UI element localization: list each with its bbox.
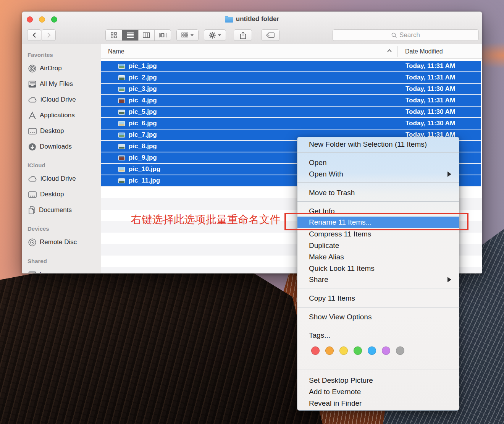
- sidebar-item-all-my-files[interactable]: All My Files: [28, 79, 99, 89]
- image-thumbnail-icon: [118, 87, 125, 92]
- image-thumbnail-icon: [118, 155, 125, 160]
- tag-gray[interactable]: [396, 346, 404, 355]
- sidebar-item-applications[interactable]: Applications: [28, 110, 99, 121]
- tag-blue[interactable]: [368, 346, 376, 355]
- file-date: Today, 11:30 AM: [405, 84, 455, 94]
- sidebar-item-label: iCloud Drive: [40, 96, 76, 104]
- image-thumbnail-icon: [118, 64, 125, 69]
- file-row[interactable]: pic_1.jpgToday, 11:31 AM: [101, 61, 481, 72]
- folder-icon: [225, 16, 233, 23]
- column-header-date-modified[interactable]: Date Modified: [405, 44, 443, 59]
- grid-view-icon: [111, 32, 117, 38]
- close-button[interactable]: [27, 16, 33, 23]
- file-row[interactable]: pic_6.jpgToday, 11:30 AM: [101, 118, 481, 129]
- file-name: pic_2.jpg: [129, 72, 157, 83]
- file-name: pic_8.jpg: [129, 141, 157, 152]
- menu-item-reveal-in-finder[interactable]: Reveal in Finder: [297, 398, 459, 409]
- search-field[interactable]: Search: [333, 29, 479, 41]
- sidebar-item-label: Remote Disc: [40, 238, 77, 246]
- list-header: Name Date Modified: [101, 44, 482, 59]
- sidebar-item-desktop[interactable]: Desktop: [28, 126, 99, 136]
- sidebar-item-documents[interactable]: Documents: [28, 205, 99, 215]
- tag-orange[interactable]: [325, 346, 334, 355]
- image-thumbnail-icon: [118, 167, 125, 172]
- menu-item-set-desktop-picture[interactable]: Set Desktop Picture: [297, 375, 459, 386]
- coverflow-view-button[interactable]: [155, 30, 171, 40]
- sidebar-item-icloud-drive[interactable]: iCloud Drive: [28, 94, 99, 105]
- file-row[interactable]: pic_3.jpgToday, 11:30 AM: [101, 84, 481, 95]
- minimize-button[interactable]: [39, 16, 45, 23]
- column-header-name[interactable]: Name: [108, 44, 124, 59]
- menu-separator: [297, 307, 459, 307]
- image-thumbnail-icon: [118, 121, 125, 126]
- file-name: pic_1.jpg: [129, 61, 157, 71]
- sidebar-item-remote-disc[interactable]: Remote Disc: [28, 237, 99, 248]
- sidebar-item-shared-pc[interactable]: hp_pc: [28, 269, 99, 273]
- sidebar-item-label: Applications: [40, 112, 75, 119]
- gear-icon: [209, 32, 216, 39]
- image-thumbnail-icon: [118, 75, 125, 80]
- window-title: untitled folder: [236, 15, 279, 23]
- arrange-button[interactable]: [176, 29, 199, 41]
- sidebar-item-label: hp_pc: [40, 271, 57, 273]
- window-chrome: untitled folder: [22, 12, 482, 44]
- list-view-button[interactable]: [122, 30, 139, 40]
- tag-green[interactable]: [354, 346, 362, 355]
- menu-item-new-folder-with-selection[interactable]: New Folder with Selection (11 Items): [297, 139, 459, 150]
- menu-item-add-to-evernote[interactable]: Add to Evernote: [297, 386, 459, 398]
- shared-pc-icon: [28, 271, 36, 273]
- menu-item-share[interactable]: Share: [297, 274, 459, 285]
- tag-color-row: [297, 346, 459, 355]
- submenu-arrow-icon: [447, 277, 451, 282]
- file-name: pic_9.jpg: [129, 152, 157, 163]
- menu-separator: [297, 288, 459, 288]
- forward-button[interactable]: [42, 29, 56, 41]
- action-button[interactable]: [204, 29, 226, 41]
- menu-item-duplicate[interactable]: Duplicate: [297, 240, 459, 251]
- column-divider[interactable]: [397, 46, 398, 57]
- chevron-down-icon: [191, 34, 194, 36]
- sidebar-section-shared: Shared: [27, 257, 47, 265]
- tag-button[interactable]: [261, 29, 279, 41]
- menu-separator: [297, 182, 459, 183]
- sidebar-item-airdrop[interactable]: AirDrop: [28, 63, 99, 74]
- menu-item-move-to-trash[interactable]: Move to Trash: [297, 187, 459, 199]
- all-my-files-icon: [28, 81, 36, 88]
- file-row[interactable]: pic_4.jpgToday, 11:31 AM: [101, 95, 481, 107]
- menu-item-tags[interactable]: Tags...: [297, 330, 459, 341]
- file-row[interactable]: pic_5.jpgToday, 11:30 AM: [101, 107, 481, 118]
- menu-item-label: Open With: [309, 170, 343, 178]
- column-view-icon: [143, 32, 150, 38]
- menu-item-open-with[interactable]: Open With: [297, 168, 459, 180]
- menu-item-quick-look-11-items[interactable]: Quick Look 11 Items: [297, 263, 459, 274]
- menu-item-copy-11-items[interactable]: Copy 11 Items: [297, 293, 459, 304]
- sidebar-item-label: Desktop: [40, 127, 64, 135]
- sidebar: Favorites AirDrop All My Files iCloud Dr…: [22, 44, 101, 273]
- tag-purple[interactable]: [382, 346, 390, 355]
- zoom-button[interactable]: [51, 16, 57, 23]
- sidebar-item-icloud-drive-2[interactable]: iCloud Drive: [28, 173, 99, 184]
- list-view-icon: [127, 32, 134, 38]
- back-button[interactable]: [27, 29, 41, 41]
- sidebar-item-desktop-2[interactable]: Desktop: [28, 189, 99, 200]
- window-title-area: untitled folder: [99, 12, 405, 26]
- sidebar-item-downloads[interactable]: Downloads: [28, 141, 99, 152]
- icon-view-button[interactable]: [106, 30, 122, 40]
- sidebar-section-icloud: iCloud: [27, 162, 45, 169]
- menu-item-show-view-options[interactable]: Show View Options: [297, 311, 459, 323]
- submenu-arrow-icon: [447, 172, 451, 177]
- image-thumbnail-icon: [118, 133, 125, 138]
- column-view-button[interactable]: [139, 30, 155, 40]
- search-icon: [391, 32, 397, 38]
- file-row[interactable]: pic_2.jpgToday, 11:31 AM: [101, 72, 481, 84]
- share-button[interactable]: [234, 29, 252, 41]
- tag-yellow[interactable]: [339, 346, 348, 355]
- file-name: pic_3.jpg: [129, 84, 157, 94]
- tag-red[interactable]: [311, 346, 320, 355]
- menu-item-open[interactable]: Open: [297, 157, 459, 168]
- context-menu: New Folder with Selection (11 Items) Ope…: [297, 137, 459, 411]
- image-thumbnail-icon: [118, 178, 125, 183]
- search-placeholder: Search: [399, 31, 420, 39]
- menu-item-make-alias[interactable]: Make Alias: [297, 251, 459, 263]
- file-date: Today, 11:31 AM: [405, 72, 455, 83]
